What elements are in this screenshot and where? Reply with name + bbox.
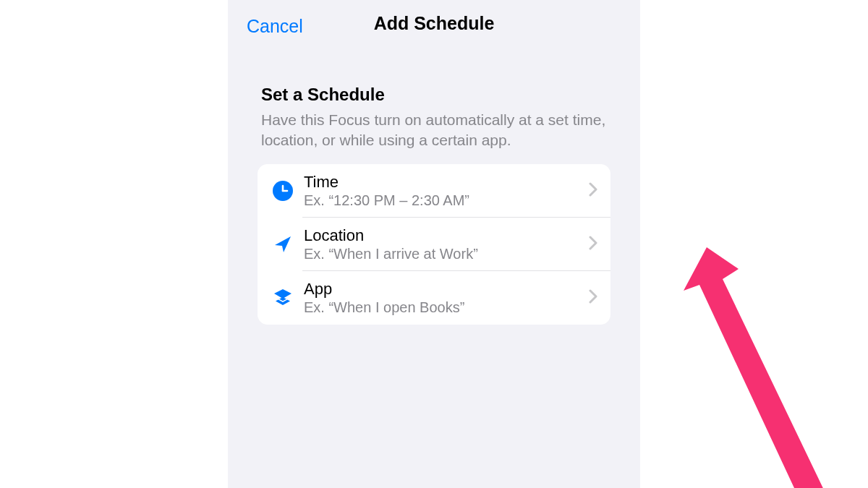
- option-app-subtitle: Ex. “When I open Books”: [304, 299, 589, 316]
- option-time-subtitle: Ex. “12:30 PM – 2:30 AM”: [304, 192, 589, 209]
- option-location-content: Location Ex. “When I arrive at Work”: [304, 226, 589, 262]
- svg-marker-1: [684, 247, 828, 488]
- annotation-arrow-icon: [684, 246, 857, 488]
- option-time-title: Time: [304, 173, 589, 192]
- location-arrow-icon: [272, 234, 294, 255]
- chevron-right-icon: [589, 289, 597, 307]
- option-location[interactable]: Location Ex. “When I arrive at Work”: [258, 218, 610, 271]
- option-app-title: App: [304, 280, 589, 299]
- clock-icon: [272, 180, 294, 202]
- option-location-title: Location: [304, 226, 589, 245]
- section-subtitle: Have this Focus turn on automatically at…: [261, 110, 607, 151]
- cancel-button[interactable]: Cancel: [247, 16, 303, 37]
- chevron-right-icon: [589, 182, 597, 200]
- option-time-content: Time Ex. “12:30 PM – 2:30 AM”: [304, 173, 589, 209]
- option-time[interactable]: Time Ex. “12:30 PM – 2:30 AM”: [258, 164, 610, 218]
- stack-icon: [272, 287, 294, 309]
- section-title: Set a Schedule: [261, 85, 607, 105]
- option-app[interactable]: App Ex. “When I open Books”: [258, 271, 610, 325]
- schedule-options-list: Time Ex. “12:30 PM – 2:30 AM” Loca: [258, 164, 610, 325]
- modal-content: Set a Schedule Have this Focus turn on a…: [228, 61, 640, 325]
- option-location-subtitle: Ex. “When I arrive at Work”: [304, 246, 589, 262]
- chevron-right-icon: [589, 236, 597, 253]
- add-schedule-modal: Cancel Add Schedule Set a Schedule Have …: [228, 0, 640, 488]
- modal-header: Cancel Add Schedule: [228, 0, 640, 61]
- option-app-content: App Ex. “When I open Books”: [304, 280, 589, 316]
